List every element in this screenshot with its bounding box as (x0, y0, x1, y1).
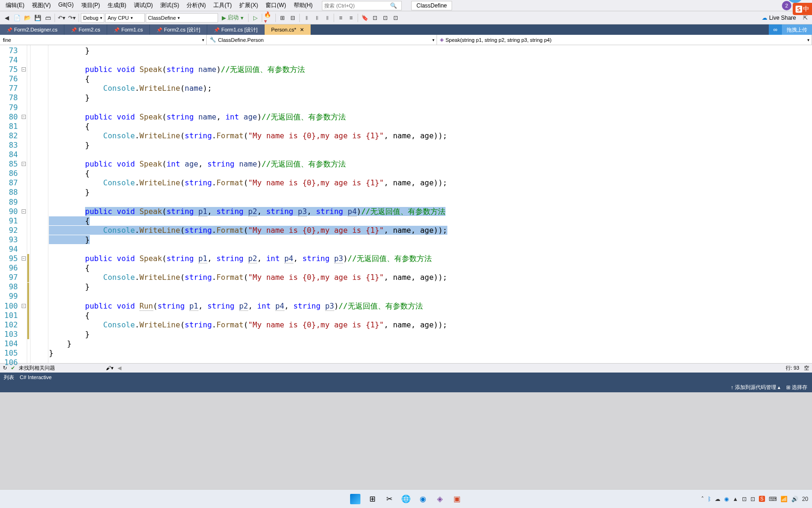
tray-icon-5[interactable]: ⊡ (750, 496, 755, 502)
menu-item[interactable]: 生成(B) (104, 0, 130, 10)
code-line[interactable]: } (49, 349, 812, 358)
code-line[interactable]: Console.WriteLine(string.Format("My name… (49, 320, 812, 330)
comment-icon[interactable]: ≡ (336, 13, 345, 23)
open-icon[interactable]: 📂 (23, 13, 32, 23)
code-line[interactable] (49, 56, 812, 65)
code-line[interactable]: Console.WriteLine(string.Format("My name… (49, 131, 812, 141)
menu-item[interactable]: Git(G) (55, 0, 78, 10)
tool-icon-8[interactable]: ⊡ (391, 13, 400, 23)
start-button[interactable] (349, 492, 362, 506)
menu-item[interactable]: 工具(T) (210, 0, 235, 10)
menu-item[interactable]: 编辑(E) (2, 0, 28, 10)
save-all-icon[interactable]: 🗃 (43, 13, 53, 23)
tray-time[interactable]: 20 (802, 496, 808, 502)
cloud-sync-button[interactable]: ∞ (769, 24, 782, 35)
taskbar-app-1[interactable]: ✂ (383, 492, 396, 506)
code-line[interactable]: Console.WriteLine(name); (49, 84, 812, 93)
tool-icon-6[interactable]: ⊡ (370, 13, 380, 23)
tray-icon-2[interactable]: ◉ (724, 496, 729, 502)
code-line[interactable] (49, 198, 812, 207)
tool-icon-5[interactable]: ⫴ (322, 13, 332, 23)
code-line[interactable] (49, 245, 812, 254)
fold-toggle[interactable]: − (22, 67, 26, 71)
code-line[interactable]: { (49, 263, 812, 273)
code-content[interactable]: } public void Speak(string name)//无返回值、有… (49, 45, 812, 363)
code-line[interactable]: { (49, 122, 812, 131)
save-icon[interactable]: 💾 (33, 13, 42, 23)
close-icon[interactable]: ✕ (300, 27, 304, 33)
powerpoint-icon[interactable]: ▣ (450, 492, 463, 506)
file-tab[interactable]: 📌Form2.cs [设计] (150, 24, 207, 35)
nav-project-dropdown[interactable]: fine▾ (0, 35, 207, 45)
upload-button[interactable]: 拖拽上传 (782, 24, 812, 35)
menu-item[interactable]: 测试(S) (156, 0, 183, 10)
code-line[interactable]: } (49, 282, 812, 292)
fold-toggle[interactable]: − (22, 209, 26, 214)
redo-icon[interactable]: ↷▾ (67, 13, 77, 23)
solution-name[interactable]: ClassDefine (411, 1, 452, 10)
menu-item[interactable]: 帮助(H) (290, 0, 317, 10)
code-line[interactable]: } (49, 188, 812, 197)
code-line[interactable]: Console.WriteLine(string.Format("My name… (49, 273, 812, 282)
fold-column[interactable]: −−−−−− (21, 45, 27, 363)
liveshare-button[interactable]: ☁ Live Share (758, 15, 800, 21)
bookmark-icon[interactable]: 🔖 (360, 13, 369, 23)
code-line[interactable]: { (49, 74, 812, 84)
new-file-icon[interactable]: 📄 (12, 13, 22, 23)
ime-indicator[interactable]: S 中 (793, 3, 812, 15)
nav-back-icon[interactable]: ◀ (2, 13, 11, 23)
code-line[interactable]: } (49, 141, 812, 150)
tool-icon-2[interactable]: ⊟ (288, 13, 297, 23)
menu-item[interactable]: 调试(D) (130, 0, 157, 10)
search-input[interactable] (324, 3, 390, 8)
wifi-icon[interactable]: 📶 (781, 496, 788, 502)
fold-toggle[interactable]: − (22, 304, 26, 308)
file-tab[interactable]: 📌Form1.cs (107, 24, 150, 35)
code-line[interactable]: { (49, 311, 812, 320)
menu-item[interactable]: 项目(P) (78, 0, 104, 10)
run-no-debug-icon[interactable]: ▷ (250, 13, 260, 23)
platform-dropdown[interactable]: Any CPU▾ (105, 13, 145, 23)
edge-icon[interactable]: 🌐 (399, 492, 413, 506)
code-line[interactable]: Console.WriteLine(string.Format("My name… (49, 226, 812, 235)
code-line[interactable] (49, 292, 812, 301)
tray-icon-6[interactable]: S (759, 496, 765, 502)
nav-type-dropdown[interactable]: 🔧 ClassDefine.Person▾ (207, 35, 437, 45)
startup-dropdown[interactable]: ClassDefine▾ (146, 13, 218, 23)
search-box[interactable]: 🔍 (322, 1, 402, 10)
code-line[interactable]: { (49, 169, 812, 178)
fold-toggle[interactable]: − (22, 256, 26, 261)
config-dropdown[interactable]: Debug▾ (81, 13, 104, 23)
code-line[interactable]: public void Speak(string name)//无返回值、有参数… (49, 65, 812, 74)
panel-tab-interactive[interactable]: C# Interactive (20, 374, 52, 380)
fold-toggle[interactable]: − (22, 162, 26, 166)
bluetooth-icon[interactable]: ᛒ (708, 496, 711, 502)
code-line[interactable]: } (49, 330, 812, 339)
code-line[interactable]: public void Speak(string p1, string p2, … (49, 207, 812, 216)
code-line[interactable]: public void Speak(string p1, string p2, … (49, 254, 812, 263)
nav-member-dropdown[interactable]: ◈ Speak(string p1, string p2, string p3,… (437, 35, 812, 45)
file-tab[interactable]: 📌Form1.cs [设计] (207, 24, 265, 35)
code-editor[interactable]: 7374757677787980818283848586878889909192… (0, 45, 812, 363)
code-line[interactable] (49, 150, 812, 159)
visual-studio-icon[interactable]: ◈ (433, 492, 446, 506)
system-tray[interactable]: ˄ ᛒ ☁ ◉ ▲ ⊡ ⊡ S ⌨ 📶 🔊 20 (701, 496, 808, 502)
tool-icon-7[interactable]: ⊡ (381, 13, 390, 23)
source-control-button[interactable]: ↑ 添加到源代码管理 ▴ (731, 384, 781, 391)
task-view-icon[interactable]: ⊞ (366, 492, 379, 506)
uncomment-icon[interactable]: ≡ (346, 13, 356, 23)
user-avatar[interactable]: 2 (782, 1, 791, 10)
touchpad-icon[interactable]: ⌨ (769, 496, 777, 502)
volume-icon[interactable]: 🔊 (791, 496, 798, 502)
code-line[interactable]: } (49, 235, 812, 245)
tray-chevron-icon[interactable]: ˄ (701, 496, 704, 502)
code-line[interactable]: public void Speak(int age, string name)/… (49, 159, 812, 169)
run-button[interactable]: ▶启动▾ (219, 14, 246, 22)
tray-icon-3[interactable]: ▲ (733, 496, 738, 502)
code-line[interactable]: { (49, 216, 812, 226)
code-line[interactable]: } (49, 339, 812, 349)
fold-toggle[interactable]: − (22, 115, 26, 119)
hot-reload-icon[interactable]: 🔥▾ (264, 13, 273, 23)
undo-icon[interactable]: ↶▾ (57, 13, 66, 23)
tray-icon-1[interactable]: ☁ (715, 496, 720, 502)
